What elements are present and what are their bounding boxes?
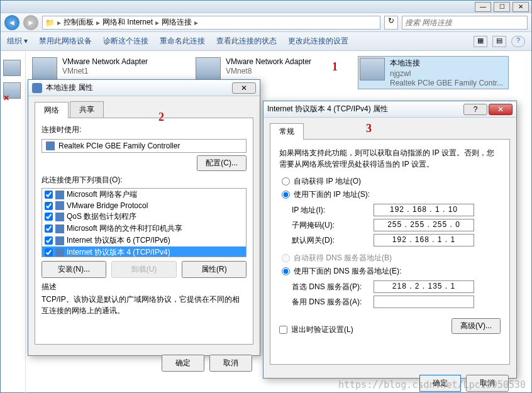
- radio-label: 使用下面的 IP 地址(S):: [294, 189, 370, 200]
- breadcrumb-item[interactable]: 网络和 Internet: [103, 17, 153, 28]
- dns1-input[interactable]: 218 . 2 . 135 . 1: [374, 280, 474, 293]
- local-connection-properties-dialog: 本地连接 属性 ✕ 网络 共享 连接时使用: Realtek PCIe GBE …: [28, 79, 260, 356]
- view-icon[interactable]: ▦: [474, 36, 487, 47]
- radio-use-dns[interactable]: 使用下面的 DNS 服务器地址(E):: [282, 266, 501, 277]
- titlebar: — ☐ ✕: [1, 1, 531, 13]
- dns2-input[interactable]: [374, 296, 474, 308]
- help-icon[interactable]: ?: [511, 36, 525, 47]
- marker-3: 3: [366, 122, 372, 135]
- navbar: ◄ ► 📁 ▸ 控制面板 ▸ 网络和 Internet ▸ 网络连接 ▸ ↻: [1, 13, 531, 32]
- components-list[interactable]: Microsoft 网络客户端 VMware Bridge Protocol Q…: [42, 188, 247, 257]
- refresh-button[interactable]: ↻: [384, 16, 398, 30]
- breadcrumb-item[interactable]: 网络连接: [162, 17, 192, 28]
- subnet-mask-label: 子网掩码(U):: [292, 220, 374, 231]
- list-item[interactable]: Microsoft 网络客户端: [42, 189, 246, 201]
- sidebar-adapter-icon[interactable]: ✕: [3, 82, 23, 102]
- checkbox[interactable]: [45, 191, 53, 199]
- search-input[interactable]: [402, 16, 528, 30]
- component-label: QoS 数据包计划程序: [67, 211, 136, 222]
- properties-button[interactable]: 属性(R): [182, 261, 247, 278]
- list-item[interactable]: Microsoft 网络的文件和打印机共享: [42, 223, 246, 235]
- adapter-icon: [360, 58, 385, 80]
- checkbox[interactable]: [45, 248, 53, 257]
- breadcrumb-item[interactable]: 控制面板: [64, 17, 94, 28]
- radio[interactable]: [282, 267, 290, 275]
- advanced-button[interactable]: 高级(V)...: [452, 318, 501, 334]
- pane-icon[interactable]: ▤: [492, 36, 506, 47]
- tab-network[interactable]: 网络: [35, 102, 69, 118]
- component-label: Microsoft 网络客户端: [67, 189, 137, 200]
- close-button[interactable]: ✕: [513, 2, 529, 12]
- component-icon: [55, 224, 64, 233]
- sidebar-adapter-icon[interactable]: [3, 60, 23, 80]
- radio-use-ip[interactable]: 使用下面的 IP 地址(S):: [282, 189, 501, 200]
- adapter-name: Realtek PCIe GBE Family Controller: [58, 141, 180, 150]
- uninstall-button: 卸载(U): [111, 261, 176, 278]
- minimize-button[interactable]: —: [475, 2, 491, 12]
- adapter-icon: [32, 57, 57, 80]
- component-icon: [55, 236, 64, 245]
- cancel-button[interactable]: 取消: [209, 355, 252, 372]
- toolbar-item[interactable]: 更改此连接的设置: [288, 36, 348, 47]
- uses-items-label: 此连接使用下列项目(O):: [42, 175, 247, 185]
- description-label: 描述: [42, 282, 247, 292]
- toolbar-item[interactable]: 查看此连接的状态: [216, 36, 277, 47]
- connection-item-selected[interactable]: 本地连接 njgzwl Realtek PCIe GBE Family Cont…: [358, 56, 509, 89]
- dns1-label: 首选 DNS 服务器(P):: [292, 282, 374, 292]
- install-button[interactable]: 安装(N)...: [42, 261, 106, 278]
- subnet-mask-input[interactable]: 255 . 255 . 255 . 0: [374, 219, 474, 231]
- component-icon: [55, 191, 64, 199]
- list-item[interactable]: Internet 协议版本 6 (TCP/IPv6): [42, 235, 246, 246]
- ip-address-input[interactable]: 192 . 168 . 1 . 10: [374, 204, 474, 216]
- tcpip-properties-dialog: Internet 协议版本 4 (TCP/IPv4) 属性 ? ✕ 常规 如果网…: [263, 101, 517, 379]
- tab-sharing[interactable]: 共享: [70, 101, 104, 118]
- radio[interactable]: [282, 177, 290, 185]
- radio-auto-ip[interactable]: 自动获得 IP 地址(O): [282, 176, 501, 187]
- adapter-icon: [46, 141, 55, 150]
- dialog-titlebar[interactable]: 本地连接 属性 ✕: [28, 80, 260, 96]
- toolbar-item[interactable]: 诊断这个连接: [103, 36, 148, 47]
- radio-auto-dns: 自动获得 DNS 服务器地址(B): [282, 253, 501, 263]
- dialog-titlebar[interactable]: Internet 协议版本 4 (TCP/IPv4) 属性 ? ✕: [263, 101, 516, 118]
- tabs: 常规: [270, 123, 510, 140]
- connection-item[interactable]: VMware Network Adapter VMnet8: [194, 56, 345, 81]
- dns2-label: 备用 DNS 服务器(A):: [292, 297, 374, 307]
- list-item[interactable]: QoS 数据包计划程序: [42, 211, 246, 223]
- checkbox[interactable]: [45, 236, 53, 245]
- exit-validate-checkbox[interactable]: 退出时验证设置(L): [279, 324, 353, 335]
- configure-button[interactable]: 配置(C)...: [197, 155, 247, 171]
- tab-content: 如果网络支持此功能，则可以获取自动指派的 IP 设置。否则，您需要从网络系统管理…: [270, 140, 510, 365]
- checkbox[interactable]: [45, 213, 53, 221]
- maximize-button[interactable]: ☐: [494, 2, 510, 12]
- close-button[interactable]: ✕: [489, 104, 513, 115]
- breadcrumb[interactable]: 📁 ▸ 控制面板 ▸ 网络和 Internet ▸ 网络连接 ▸: [42, 16, 380, 30]
- connection-sub: VMnet1: [62, 67, 148, 75]
- marker-1: 1: [332, 60, 338, 74]
- toolbar: 组织 ▾ 禁用此网络设备 诊断这个连接 重命名此连接 查看此连接的状态 更改此连…: [1, 32, 531, 51]
- ok-button[interactable]: 确定: [162, 355, 204, 372]
- organize-menu[interactable]: 组织 ▾: [7, 36, 28, 47]
- info-text: 如果网络支持此功能，则可以获取自动指派的 IP 设置。否则，您需要从网络系统管理…: [279, 147, 501, 170]
- help-button[interactable]: ?: [463, 104, 487, 115]
- toolbar-item[interactable]: 禁用此网络设备: [39, 36, 92, 47]
- back-button[interactable]: ◄: [4, 15, 19, 30]
- tab-general[interactable]: 常规: [270, 123, 304, 140]
- checkbox[interactable]: [45, 202, 53, 210]
- checkbox[interactable]: [45, 224, 53, 233]
- close-button[interactable]: ✕: [232, 82, 256, 94]
- connection-name: 本地连接: [390, 58, 503, 69]
- folder-icon: 📁: [45, 18, 55, 27]
- toolbar-item[interactable]: 重命名此连接: [160, 36, 205, 47]
- tabs: 网络 共享: [35, 101, 253, 118]
- ip-address-label: IP 地址(I):: [292, 205, 374, 216]
- connection-sub: VMnet8: [226, 67, 311, 75]
- radio[interactable]: [282, 191, 290, 199]
- component-icon: [55, 213, 64, 221]
- list-item-selected[interactable]: Internet 协议版本 4 (TCP/IPv4): [42, 246, 246, 257]
- connection-item[interactable]: VMware Network Adapter VMnet1: [31, 56, 182, 81]
- checkbox[interactable]: [279, 326, 287, 334]
- list-item[interactable]: VMware Bridge Protocol: [42, 201, 246, 211]
- adapter-icon: [32, 83, 42, 93]
- gateway-input[interactable]: 192 . 168 . 1 . 1: [374, 234, 474, 246]
- forward-button[interactable]: ►: [23, 15, 38, 30]
